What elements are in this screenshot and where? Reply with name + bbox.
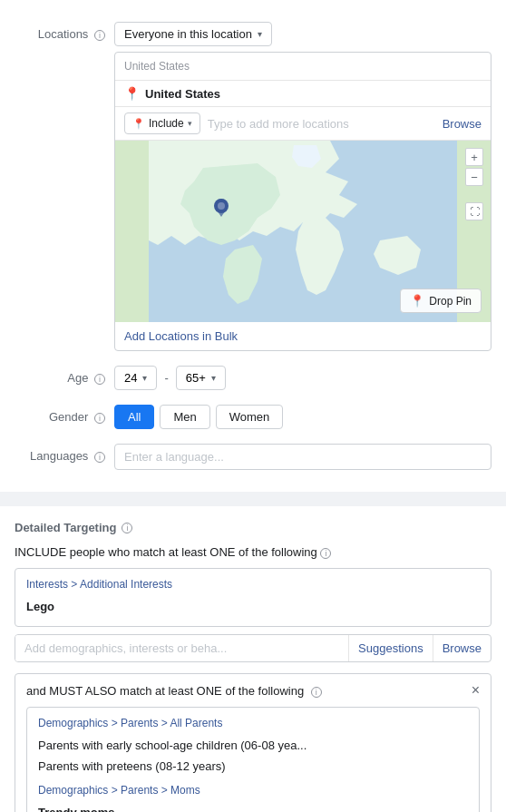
interests-search-input[interactable]: [15, 635, 348, 661]
locations-dropdown[interactable]: Everyone in this location ▾: [114, 22, 272, 46]
must-match-info-icon[interactable]: i: [311, 687, 322, 698]
age-info-icon[interactable]: i: [94, 374, 105, 385]
interests-breadcrumb: Interests > Additional Interests: [26, 578, 480, 591]
targeting-actions: Suggestions Browse: [348, 635, 491, 661]
must-match-wrapper: and MUST ALSO match at least ONE of the …: [15, 673, 491, 812]
gender-content: All Men Women: [114, 405, 491, 429]
pin-icon: 📍: [124, 86, 140, 101]
interests-browse-button[interactable]: Browse: [433, 635, 491, 661]
map-zoom-controls: + −: [465, 148, 483, 186]
locations-label: Locations i: [15, 22, 114, 41]
map-zoom-in-button[interactable]: +: [465, 148, 483, 166]
age-min-arrow-icon: ▾: [142, 373, 147, 383]
suggestions-button[interactable]: Suggestions: [349, 635, 433, 661]
demographics-breadcrumb2: Demographics > Parents > Moms: [38, 784, 468, 797]
parents-early-item: Parents with early school-age children (…: [38, 735, 468, 756]
locations-content: Everyone in this location ▾ United State…: [114, 22, 491, 351]
demographics-targeting-box: Demographics > Parents > All Parents Par…: [26, 707, 480, 812]
map-container: + − ⛶ 📍 Drop Pin: [115, 141, 491, 322]
gender-all-button[interactable]: All: [114, 405, 154, 429]
age-label: Age i: [15, 366, 114, 385]
location-browse-button[interactable]: Browse: [443, 117, 482, 131]
must-match-close-button[interactable]: ×: [472, 683, 480, 698]
detailed-targeting-section: Detailed Targeting i INCLUDE people who …: [0, 506, 506, 812]
include-pin-icon: 📍: [132, 118, 145, 130]
detailed-targeting-header: Detailed Targeting i: [15, 521, 491, 534]
include-description: INCLUDE people who match at least ONE of…: [15, 545, 317, 559]
age-separator: -: [164, 371, 168, 385]
drop-pin-button[interactable]: 📍 Drop Pin: [400, 289, 482, 313]
location-placeholder: United States: [115, 53, 491, 81]
map-zoom-out-button[interactable]: −: [465, 168, 483, 186]
must-match-section: and MUST ALSO match at least ONE of the …: [15, 673, 491, 812]
must-match-header: and MUST ALSO match at least ONE of the …: [26, 683, 480, 698]
age-min-select[interactable]: 24 ▾: [114, 366, 157, 390]
location-tag: 📍 United States: [115, 81, 491, 107]
section-divider: [0, 499, 506, 506]
languages-row: Languages i: [0, 436, 506, 477]
age-content: 24 ▾ - 65+ ▾: [114, 366, 491, 390]
include-desc-row: INCLUDE people who match at least ONE of…: [15, 545, 491, 559]
gender-row: Gender i All Men Women: [0, 397, 506, 436]
gender-men-button[interactable]: Men: [160, 405, 209, 429]
locations-row: Locations i Everyone in this location ▾ …: [0, 15, 506, 358]
add-bulk-link[interactable]: Add Locations in Bulk: [115, 322, 491, 350]
map-expand-button[interactable]: ⛶: [465, 202, 483, 220]
gender-info-icon[interactable]: i: [94, 413, 105, 424]
locations-section: Locations i Everyone in this location ▾ …: [0, 0, 506, 492]
location-search-input[interactable]: [208, 117, 443, 131]
parents-preteens-item: Parents with preteens (08-12 years): [38, 756, 468, 777]
languages-label: Languages i: [15, 444, 114, 463]
include-arrow-icon: ▾: [188, 119, 192, 128]
detailed-targeting-title: Detailed Targeting: [15, 521, 116, 534]
must-match-description: and MUST ALSO match at least ONE of the …: [26, 684, 322, 698]
dropdown-arrow-icon: ▾: [258, 29, 262, 39]
lego-item: Lego: [26, 596, 480, 617]
age-max-arrow-icon: ▾: [211, 373, 216, 383]
include-desc-info-icon[interactable]: i: [320, 548, 331, 559]
gender-label: Gender i: [15, 405, 114, 424]
locations-info-icon[interactable]: i: [94, 30, 105, 41]
country-tag-text: United States: [145, 87, 220, 101]
demographics-breadcrumb1: Demographics > Parents > All Parents: [38, 717, 468, 729]
languages-content: [114, 444, 491, 470]
location-box: United States 📍 United States 📍 Include …: [114, 52, 491, 351]
age-row: Age i 24 ▾ - 65+ ▾: [0, 358, 506, 397]
languages-info-icon[interactable]: i: [94, 452, 105, 463]
location-input-row: 📍 Include ▾ Browse: [115, 107, 491, 141]
age-max-select[interactable]: 65+ ▾: [176, 366, 226, 390]
include-button[interactable]: 📍 Include ▾: [124, 113, 200, 134]
detailed-targeting-info-icon[interactable]: i: [122, 523, 132, 533]
trendy-moms-item: Trendy moms: [38, 802, 468, 812]
languages-input[interactable]: [114, 444, 491, 470]
interests-input-row: Suggestions Browse: [15, 634, 491, 662]
interests-targeting-box: Interests > Additional Interests Lego: [15, 568, 491, 627]
gender-women-button[interactable]: Women: [216, 405, 284, 429]
drop-pin-icon: 📍: [410, 294, 424, 308]
